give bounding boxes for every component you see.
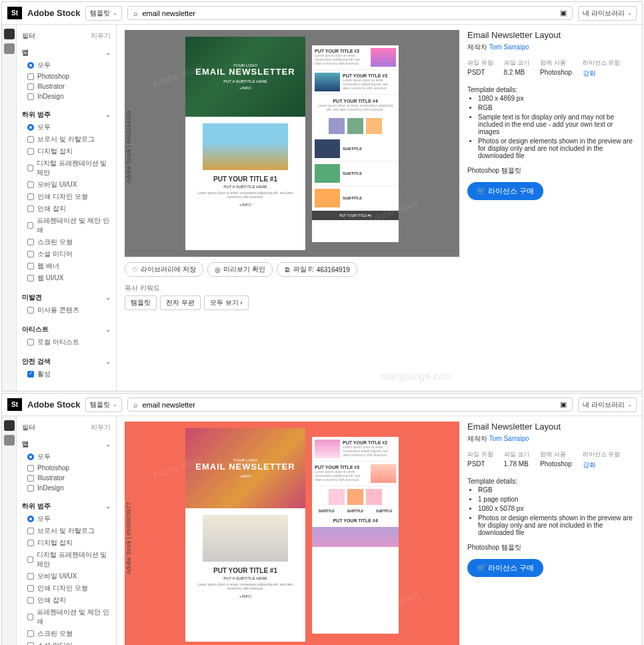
filter-sidebar: 필터지우기 앱⌄ 모두 Photoshop Illustrator InDesi… [17, 416, 117, 645]
search-icon: ⌕ [133, 401, 138, 409]
subcat-option[interactable]: 프레젠테이션 및 제안 인쇄 [22, 215, 111, 236]
filter-title: 필터 [22, 31, 35, 41]
category-dropdown[interactable]: 템플릿⌄ [85, 6, 122, 21]
asset-title: Email Newsletter Layout [467, 422, 634, 432]
group-safe[interactable]: 안전 검색⌄ [22, 355, 111, 368]
subcat-option[interactable]: 모바일 UI/UX [22, 570, 111, 582]
opt-photoshop[interactable]: Photoshop [22, 463, 111, 473]
outer-sidebar [2, 25, 17, 391]
author-link[interactable]: Tom Sarraipo [489, 43, 529, 51]
keyword-tag[interactable]: 전자 우편 [160, 295, 201, 310]
subcat-option[interactable]: 브로서 및 카탈로그 [22, 133, 111, 145]
chevron-down-icon: ⌄ [113, 402, 117, 408]
ps-template-label: Photoshop 템플릿 [467, 166, 634, 175]
preview-box: Adobe Stock | #463164919 Adobe Stock Ado… [125, 30, 459, 257]
keyword-tag[interactable]: 템플릿 [125, 295, 157, 310]
opt-all-sub[interactable]: 모두 [22, 121, 111, 133]
opt-illustrator[interactable]: Illustrator [22, 81, 111, 91]
chevron-down-icon: ⌄ [113, 10, 117, 16]
view-icon[interactable] [4, 43, 15, 54]
subcat-option[interactable]: 모바일 UI/UX [22, 179, 111, 191]
subcat-option[interactable]: 인쇄 잡지 [22, 594, 111, 606]
subcat-option[interactable]: 웹 UI/UX [22, 272, 111, 284]
detail-bullet: 1080 x 4869 px [478, 95, 634, 102]
cart-icon: 🛒 [477, 187, 486, 195]
keywords-label: 유사 키워드 [125, 283, 459, 293]
opt-all-sub[interactable]: 모두 [22, 513, 111, 525]
subcat-option[interactable]: 디지털 잡지 [22, 145, 111, 157]
ps-template-label: Photoshop 템플릿 [467, 543, 634, 552]
library-dropdown[interactable]: 내 라이브러리⌄ [578, 398, 637, 412]
subcat-option[interactable]: 인쇄 디자인 모형 [22, 191, 111, 203]
search-input[interactable] [142, 401, 556, 409]
logo: St [7, 398, 22, 411]
preview-button[interactable]: ◎미리보기 확인 [207, 262, 273, 277]
opt-all[interactable]: 모두 [22, 59, 111, 71]
subcat-option[interactable]: 인쇄 디자인 모형 [22, 582, 111, 594]
filter-icon[interactable] [4, 29, 15, 39]
chevron-down-icon: ⌄ [106, 50, 111, 56]
subcat-option[interactable]: 브로서 및 카탈로그 [22, 525, 111, 537]
detail-bullet: Sample text is for display only and may … [478, 113, 634, 135]
visual-search-icon[interactable]: ▣ [560, 9, 567, 17]
author-link[interactable]: Tom Sarraipo [489, 435, 529, 442]
category-dropdown[interactable]: 템플릿⌄ [85, 398, 122, 412]
subcat-option[interactable]: 인쇄 잡지 [22, 203, 111, 215]
subcat-option[interactable]: 소셜 미디어 [22, 248, 111, 260]
group-app[interactable]: 앱⌄ [22, 438, 111, 451]
preview-box: Adobe Stock | #559928977 Adobe Stock Ado… [125, 422, 459, 645]
subcat-option[interactable]: 디지털 프레젠테이션 및 제안 [22, 549, 111, 570]
search-bar[interactable]: ⌕ ▣ [127, 6, 573, 20]
brand: Adobe Stock [27, 8, 80, 18]
chevron-down-icon: ⌄ [106, 295, 111, 301]
file-id-button[interactable]: 🗎파일 #: 463164919 [277, 262, 357, 277]
search-icon: ⌕ [133, 9, 138, 17]
detail-bullet: RGB [478, 104, 634, 111]
license-buy-button[interactable]: 🛒 라이선스 구매 [467, 559, 543, 577]
group-artist[interactable]: 아티스트⌄ [22, 323, 111, 336]
keyword-tag[interactable]: 모두 보기 › [204, 295, 249, 310]
subcat-option[interactable]: 웹 배너 [22, 260, 111, 272]
heart-icon: ♡ [132, 266, 138, 273]
subcat-option[interactable]: 프레젠테이션 및 제안 인쇄 [22, 606, 111, 628]
filter-sidebar: 필터지우기 앱⌄ 모두 Photoshop Illustrator InDesi… [17, 25, 117, 391]
license-buy-button[interactable]: 🛒 라이선스 구매 [467, 182, 543, 200]
subcat-option[interactable]: 디지털 잡지 [22, 537, 111, 549]
detail-bullet: 1080 x 5078 px [478, 505, 634, 512]
subcat-option[interactable]: 스크린 모형 [22, 628, 111, 640]
chevron-down-icon: ⌄ [627, 10, 632, 16]
opt-unused[interactable]: 미사용 콘텐츠 [22, 304, 111, 316]
chevron-down-icon: ⌄ [106, 442, 111, 448]
clear-filters[interactable]: 지우기 [91, 423, 111, 432]
group-undiscovered[interactable]: 미발견⌄ [22, 291, 111, 304]
library-dropdown[interactable]: 내 라이브러리⌄ [578, 6, 637, 21]
subcat-option[interactable]: 디지털 프레젠테이션 및 제안 [22, 157, 111, 179]
detail-bullet: 1 page option [478, 496, 634, 503]
search-bar[interactable]: ⌕ ▣ [127, 398, 573, 412]
clear-filters[interactable]: 지우기 [91, 31, 111, 41]
opt-active[interactable]: 활성 [22, 368, 111, 380]
group-subcat[interactable]: 하위 범주⌄ [22, 500, 111, 513]
brand: Adobe Stock [27, 400, 80, 410]
logo: St [7, 7, 22, 19]
opt-indesign[interactable]: InDesign [22, 483, 111, 493]
opt-all[interactable]: 모두 [22, 451, 111, 463]
opt-local-artist[interactable]: 로컬 아티스트 [22, 336, 111, 348]
opt-indesign[interactable]: InDesign [22, 91, 111, 101]
opt-photoshop[interactable]: Photoshop [22, 71, 111, 81]
chevron-down-icon: ⌄ [627, 402, 632, 408]
details-pane: Email Newsletter Layout 제작자 Tom Sarraipo… [467, 30, 634, 386]
filter-icon[interactable] [4, 420, 15, 431]
group-subcat[interactable]: 하위 범주⌄ [22, 108, 111, 121]
opt-illustrator[interactable]: Illustrator [22, 473, 111, 483]
subcat-option[interactable]: 스크린 모형 [22, 236, 111, 248]
save-library-button[interactable]: ♡라이브러리에 저장 [125, 262, 203, 277]
visual-search-icon[interactable]: ▣ [560, 400, 567, 409]
view-icon[interactable] [4, 435, 15, 446]
subcat-option[interactable]: 소셜 미디어 [22, 640, 111, 645]
preview-id-label: Adobe Stock | #463164919 [125, 111, 132, 183]
asset-title: Email Newsletter Layout [467, 30, 634, 40]
template-details-label: Template details: [467, 478, 634, 485]
search-input[interactable] [142, 9, 556, 17]
group-app[interactable]: 앱⌄ [22, 46, 111, 59]
